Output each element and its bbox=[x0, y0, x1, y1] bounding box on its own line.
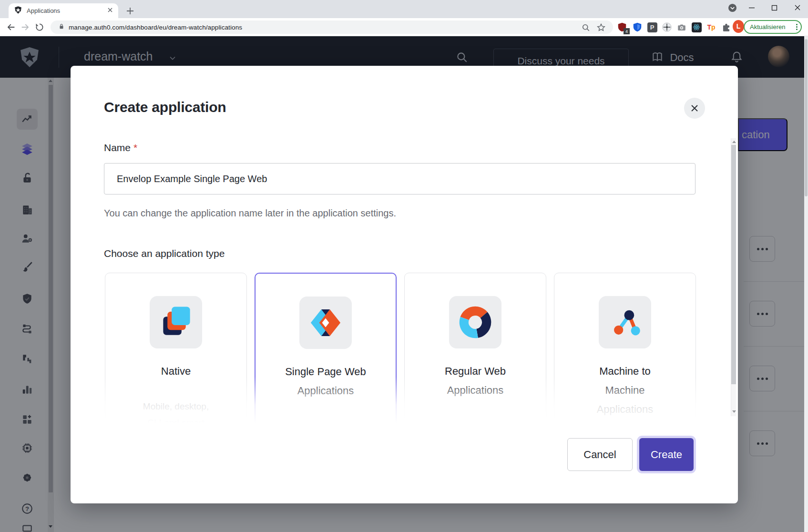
name-helper-text: You can change the application name late… bbox=[104, 208, 396, 219]
browser-menu-kebab-icon[interactable] bbox=[796, 24, 798, 30]
page-scrollbar-thumb[interactable] bbox=[805, 39, 808, 196]
native-icon bbox=[150, 296, 202, 348]
machine-to-machine-icon bbox=[599, 296, 651, 348]
update-browser-label: Aktualisieren bbox=[750, 23, 785, 31]
auth0-favicon-icon bbox=[14, 6, 22, 16]
modal-scroll-down-icon[interactable] bbox=[732, 410, 736, 413]
react-devtools-extension-icon[interactable] bbox=[691, 21, 702, 33]
cancel-label: Cancel bbox=[583, 449, 616, 461]
window-maximize-button[interactable] bbox=[769, 3, 779, 12]
regular-web-app-icon bbox=[449, 296, 501, 348]
tampermonkey-extension-icon[interactable]: Tp bbox=[706, 21, 717, 33]
cancel-button[interactable]: Cancel bbox=[567, 438, 633, 471]
ublock-extension-icon[interactable]: 4 bbox=[616, 21, 628, 33]
application-name-input[interactable] bbox=[104, 163, 695, 194]
tab-title: Applications bbox=[27, 7, 107, 14]
modal-scrollbar-thumb[interactable] bbox=[731, 145, 736, 384]
modal-scroll-up-icon[interactable] bbox=[732, 141, 736, 143]
modal-close-button[interactable] bbox=[684, 98, 705, 119]
https-lock-icon bbox=[58, 23, 65, 32]
window-minimize-button[interactable] bbox=[747, 3, 757, 12]
positioning-extension-icon[interactable] bbox=[661, 21, 673, 33]
extensions-puzzle-icon[interactable] bbox=[720, 21, 732, 33]
screenshot-camera-extension-icon[interactable] bbox=[676, 21, 687, 33]
browser-profile-chevron-icon[interactable] bbox=[727, 3, 737, 12]
bottom-fade-gradient bbox=[71, 377, 730, 423]
back-icon[interactable] bbox=[5, 21, 17, 33]
single-page-app-icon bbox=[299, 297, 352, 349]
tab-close-icon[interactable] bbox=[107, 7, 113, 15]
modal-scroll-viewport: Create application Name * You can change… bbox=[71, 66, 738, 423]
window-close-button[interactable] bbox=[793, 3, 802, 12]
zoom-page-icon[interactable] bbox=[580, 22, 592, 33]
bitwarden-extension-icon[interactable] bbox=[632, 21, 643, 33]
create-application-modal: Create application Name * You can change… bbox=[71, 66, 738, 503]
browser-profile-avatar[interactable]: L bbox=[733, 20, 744, 32]
name-field-label: Name * bbox=[104, 142, 137, 153]
new-tab-button[interactable] bbox=[125, 6, 135, 16]
create-label: Create bbox=[651, 449, 682, 461]
ublock-badge: 4 bbox=[624, 28, 630, 34]
required-asterisk: * bbox=[133, 142, 137, 153]
browser-tab-applications[interactable]: Applications bbox=[9, 3, 118, 18]
bookmark-star-icon[interactable] bbox=[595, 22, 607, 33]
p-extension-icon[interactable]: P bbox=[646, 21, 658, 33]
reload-icon[interactable] bbox=[33, 21, 46, 33]
forward-icon[interactable] bbox=[19, 21, 31, 33]
application-type-heading: Choose an application type bbox=[104, 248, 225, 259]
create-button[interactable]: Create bbox=[639, 438, 694, 471]
browser-tabstrip bbox=[0, 0, 808, 18]
screen: Applications manage.auth0.com/dashboard/… bbox=[0, 0, 808, 532]
url-text: manage.auth0.com/dashboard/eu/dream-watc… bbox=[69, 24, 242, 31]
url-bar[interactable]: manage.auth0.com/dashboard/eu/dream-watc… bbox=[51, 20, 613, 34]
modal-title: Create application bbox=[104, 99, 226, 115]
update-browser-button[interactable]: Aktualisieren bbox=[744, 20, 802, 34]
